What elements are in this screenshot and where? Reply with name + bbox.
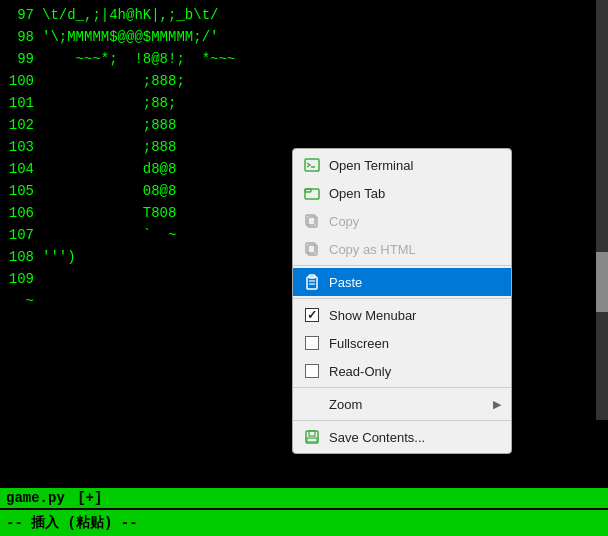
- status-bar-mode: -- 插入 (粘贴) --: [0, 510, 608, 536]
- show-menubar-label: Show Menubar: [329, 308, 501, 323]
- line-number: 99: [0, 48, 42, 70]
- read-only-icon: [303, 362, 321, 380]
- menu-item-copy: Copy: [293, 207, 511, 235]
- line-number: 102: [0, 114, 42, 136]
- line-content: ` ~: [42, 224, 176, 246]
- line-content: \t/d_,;|4h@hK|,;_b\t/: [42, 4, 218, 26]
- line-number: 108: [0, 246, 42, 268]
- line-content: ;888: [42, 136, 176, 158]
- menu-item-fullscreen[interactable]: Fullscreen: [293, 329, 511, 357]
- terminal-line: 97\t/d_,;|4h@hK|,;_b\t/: [0, 4, 608, 26]
- zoom-submenu-arrow: ▶: [493, 398, 501, 411]
- menu-divider: [293, 420, 511, 421]
- copy-html-icon: [303, 240, 321, 258]
- status-bar-filename: game.py [+]: [0, 488, 608, 508]
- read-only-label: Read-Only: [329, 364, 501, 379]
- menu-item-paste[interactable]: Paste: [293, 268, 511, 296]
- svg-rect-2: [305, 189, 319, 199]
- copy-html-label: Copy as HTML: [329, 242, 501, 257]
- line-content: ;888;: [42, 70, 185, 92]
- menu-divider: [293, 298, 511, 299]
- line-content: '''): [42, 246, 76, 268]
- line-number: ~: [0, 290, 42, 312]
- terminal-line: 102 ;888: [0, 114, 608, 136]
- menu-item-copy-html: Copy as HTML: [293, 235, 511, 263]
- svg-rect-14: [307, 438, 317, 442]
- line-number: 109: [0, 268, 42, 290]
- line-content: '\;MMMMM$@@@$MMMMM;/': [42, 26, 218, 48]
- context-menu: Open TerminalOpen TabCopyCopy as HTMLPas…: [292, 148, 512, 454]
- copy-icon: [303, 212, 321, 230]
- line-number: 97: [0, 4, 42, 26]
- menu-item-read-only[interactable]: Read-Only: [293, 357, 511, 385]
- line-number: 105: [0, 180, 42, 202]
- open-terminal-icon: [303, 156, 321, 174]
- line-number: 107: [0, 224, 42, 246]
- line-content: T808: [42, 202, 176, 224]
- zoom-icon: [303, 395, 321, 413]
- line-number: 101: [0, 92, 42, 114]
- line-content: ;888: [42, 114, 176, 136]
- read-only-checkbox: [305, 364, 319, 378]
- svg-rect-3: [305, 189, 311, 192]
- terminal-line: 100 ;888;: [0, 70, 608, 92]
- line-number: 104: [0, 158, 42, 180]
- line-number: 106: [0, 202, 42, 224]
- menu-item-open-terminal[interactable]: Open Terminal: [293, 151, 511, 179]
- open-tab-icon: [303, 184, 321, 202]
- copy-label: Copy: [329, 214, 501, 229]
- paste-label: Paste: [329, 275, 501, 290]
- line-content: ~~~*; !8@8!; *~~~: [42, 48, 235, 70]
- line-content: 08@8: [42, 180, 176, 202]
- fullscreen-checkbox: [305, 336, 319, 350]
- paste-icon: [303, 273, 321, 291]
- line-number: 98: [0, 26, 42, 48]
- menu-item-zoom[interactable]: Zoom▶: [293, 390, 511, 418]
- open-tab-label: Open Tab: [329, 186, 501, 201]
- save-contents-label: Save Contents...: [329, 430, 501, 445]
- show-menubar-checkbox: ✓: [305, 308, 319, 322]
- menu-divider: [293, 265, 511, 266]
- menu-item-save-contents[interactable]: Save Contents...: [293, 423, 511, 451]
- svg-rect-8: [307, 277, 317, 289]
- terminal-line: 99 ~~~*; !8@8!; *~~~: [0, 48, 608, 70]
- line-content: d8@8: [42, 158, 176, 180]
- menu-item-open-tab[interactable]: Open Tab: [293, 179, 511, 207]
- fullscreen-icon: [303, 334, 321, 352]
- line-number: 103: [0, 136, 42, 158]
- menu-item-show-menubar[interactable]: ✓Show Menubar: [293, 301, 511, 329]
- svg-rect-0: [305, 159, 319, 171]
- filename-label: game.py: [6, 490, 65, 506]
- zoom-label: Zoom: [329, 397, 485, 412]
- terminal-line: 101 ;88;: [0, 92, 608, 114]
- mode-label: -- 插入 (粘贴) --: [6, 515, 138, 531]
- open-terminal-label: Open Terminal: [329, 158, 501, 173]
- fullscreen-label: Fullscreen: [329, 336, 501, 351]
- scrollbar-track[interactable]: [596, 0, 608, 420]
- menu-divider: [293, 387, 511, 388]
- line-content: ;88;: [42, 92, 176, 114]
- show-menubar-icon: ✓: [303, 306, 321, 324]
- line-number: 100: [0, 70, 42, 92]
- modified-flag: [+]: [77, 490, 102, 506]
- scrollbar-thumb[interactable]: [596, 252, 608, 312]
- svg-rect-12: [306, 431, 318, 443]
- save-contents-icon: [303, 428, 321, 446]
- terminal-line: 98'\;MMMMM$@@@$MMMMM;/': [0, 26, 608, 48]
